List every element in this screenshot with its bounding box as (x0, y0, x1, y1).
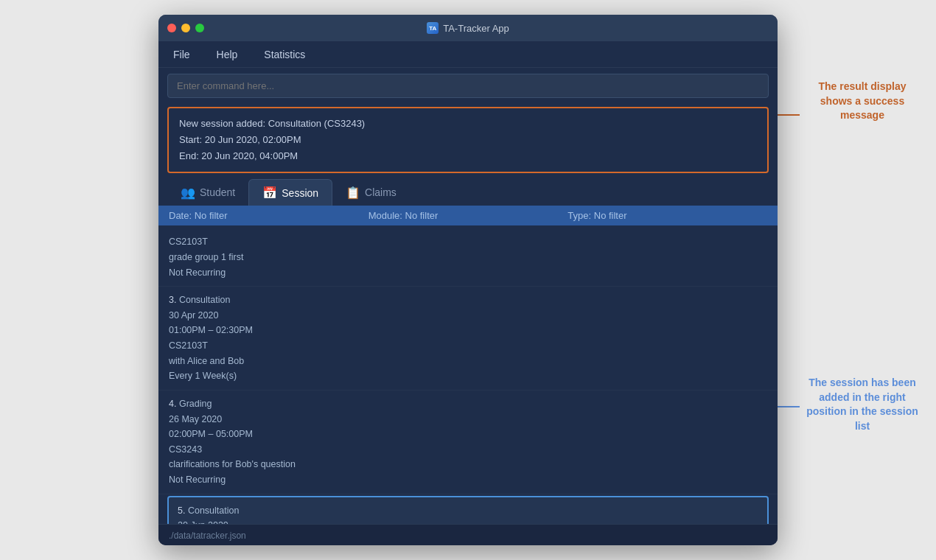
annotation-bottom: The session has been added in the right … (803, 376, 921, 433)
outer-wrapper: The result display shows a success messa… (0, 0, 936, 560)
list-item: CS2103T grade group 1 first Not Recurrin… (158, 228, 778, 287)
result-text: New session added: Consultation (CS3243)… (179, 116, 757, 164)
session-header: 3. Consultation (169, 293, 767, 308)
command-input[interactable] (167, 74, 769, 98)
claims-icon: 📋 (346, 186, 360, 200)
app-window: TA TA-Tracker App File Help Statistics N… (158, 15, 778, 545)
session-list: CS2103T grade group 1 first Not Recurrin… (158, 225, 778, 524)
list-item: 3. Consultation 30 Apr 2020 01:00PM – 02… (158, 287, 778, 391)
list-item: 4. Grading 26 May 2020 02:00PM – 05:00PM… (158, 391, 778, 494)
result-display: New session added: Consultation (CS3243)… (167, 107, 769, 173)
menu-bar: File Help Statistics (158, 41, 778, 68)
filter-bar: Date: No filter Module: No filter Type: … (158, 206, 778, 225)
maximize-button[interactable] (195, 24, 204, 32)
session-type: Consultation (179, 295, 231, 305)
menu-help[interactable]: Help (211, 46, 244, 63)
status-bar: ./data/tatracker.json (158, 524, 778, 545)
session-time: 01:00PM – 02:30PM (169, 323, 767, 338)
session-date: 20 Jun 2020 (178, 518, 758, 524)
tab-claims[interactable]: 📋 Claims (332, 180, 410, 206)
session-icon: 📅 (262, 186, 277, 200)
session-recurrence: Not Recurring (169, 472, 767, 488)
session-header: 5. Consultation (178, 503, 758, 519)
command-area (158, 68, 778, 104)
session-module: CS2103T (169, 234, 767, 250)
session-date: 30 Apr 2020 (169, 308, 767, 323)
session-number: 5. (178, 505, 185, 516)
filter-date[interactable]: Date: No filter (169, 210, 369, 221)
tab-student[interactable]: 👥 Student (167, 180, 248, 206)
result-line2: Start: 20 Jun 2020, 02:00PM (179, 132, 757, 148)
tab-session[interactable]: 📅 Session (248, 179, 332, 206)
annotation-top: The result display shows a success messa… (803, 80, 921, 123)
window-controls (167, 24, 204, 32)
session-number: 4. (169, 399, 176, 409)
menu-statistics[interactable]: Statistics (258, 46, 311, 63)
filter-type[interactable]: Type: No filter (567, 210, 767, 221)
result-line1: New session added: Consultation (CS3243) (179, 116, 757, 132)
title-bar: TA TA-Tracker App (158, 15, 778, 41)
tab-claims-label: Claims (365, 186, 397, 198)
session-type: Consultation (188, 505, 240, 516)
session-type: Grading (179, 399, 212, 409)
app-title: TA-Tracker App (443, 23, 509, 34)
session-detail: grade group 1 first (169, 250, 767, 265)
session-recurrence: Every 1 Week(s) (169, 368, 767, 384)
session-date: 26 May 2020 (169, 412, 767, 427)
session-header: 4. Grading (169, 396, 767, 412)
minimize-button[interactable] (181, 24, 190, 32)
session-module: CS2103T (169, 338, 767, 354)
tab-session-label: Session (282, 187, 318, 199)
tab-student-label: Student (200, 186, 235, 198)
tab-bar: 👥 Student 📅 Session 📋 Claims (158, 179, 778, 206)
session-module: CS3243 (169, 442, 767, 458)
close-button[interactable] (167, 24, 176, 32)
session-detail: clarifications for Bob's question (169, 457, 767, 472)
student-icon: 👥 (181, 186, 195, 200)
filter-module[interactable]: Module: No filter (369, 210, 568, 221)
session-detail: with Alice and Bob (169, 354, 767, 369)
menu-file[interactable]: File (167, 46, 196, 63)
session-recurrence: Not Recurring (169, 265, 767, 281)
session-time: 02:00PM – 05:00PM (169, 427, 767, 442)
result-line3: End: 20 Jun 2020, 04:00PM (179, 148, 757, 164)
list-item-highlighted: 5. Consultation 20 Jun 2020 02:00PM – 04… (167, 496, 769, 524)
title-text: TA TA-Tracker App (427, 22, 509, 34)
status-path: ./data/tatracker.json (169, 531, 246, 541)
session-number: 3. (169, 295, 176, 305)
app-icon: TA (427, 22, 439, 34)
